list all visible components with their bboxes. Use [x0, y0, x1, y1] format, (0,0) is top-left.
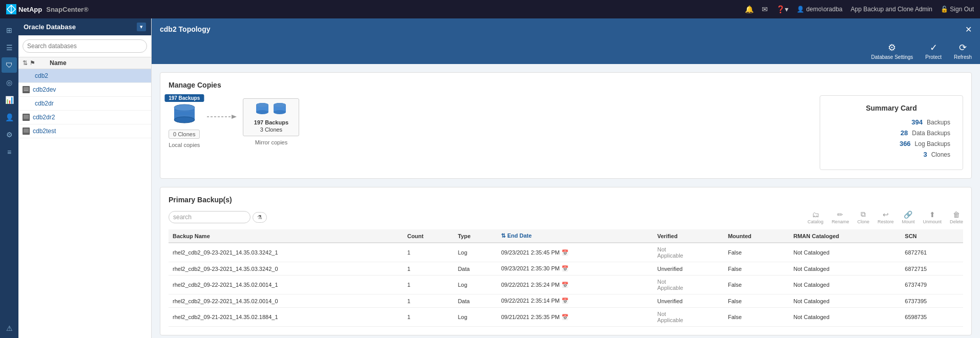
end-date-cell: 09/23/2021 2:35:30 PM 📅 [497, 262, 653, 276]
database-settings-btn[interactable]: ⚙ Database Settings [871, 42, 913, 60]
signout-icon: 🔓 [941, 6, 948, 13]
svg-marker-17 [232, 115, 237, 119]
db-panel-dropdown-btn[interactable]: ▾ [137, 23, 146, 31]
backup-search-filter: ⚗ [169, 211, 267, 223]
flag-icon[interactable]: ⚑ [30, 59, 35, 67]
sidebar-item-monitoring[interactable]: ◎ [2, 75, 17, 90]
mirror-copies-sublabel: Mirror copies [255, 139, 288, 145]
main-layout: ⊞ ☰ 🛡 ◎ 📊 👤 ⚙ ≡ ⚠ Oracle Database ▾ ⇅ ⚑ … [0, 18, 980, 338]
summary-card-title: Summary Card [832, 104, 950, 112]
end-date-cell: 09/23/2021 2:35:45 PM 📅 [497, 243, 653, 262]
netapp-logo-icon [6, 4, 16, 14]
db-sort-icons: ⇅ ⚑ [23, 59, 35, 67]
summary-data-backups-label: Data Backups [912, 130, 950, 137]
db-search-input[interactable] [23, 39, 147, 53]
scn-cell: 6737479 [901, 276, 963, 294]
toolbar: ⚙ Database Settings ✓ Protect ⟳ Refresh [152, 40, 980, 64]
refresh-label: Refresh [954, 54, 972, 60]
summary-card: Summary Card 394 Backups 28 Data Backups… [820, 95, 963, 170]
db-list-item[interactable]: cdb2 [18, 69, 151, 83]
verified-cell: NotApplicable [653, 308, 724, 327]
table-row[interactable]: rhel2_cdb2_09-22-2021_14.35.02.0014_1 1 … [169, 276, 963, 294]
end-date-cell: 09/22/2021 2:35:14 PM 📅 [497, 294, 653, 308]
verified-cell: NotApplicable [653, 276, 724, 294]
svg-point-20 [256, 110, 268, 114]
col-end-date[interactable]: ⇅ End Date [497, 229, 653, 243]
local-copies-icon-wrapper: 197 Backups [171, 102, 198, 126]
protect-btn[interactable]: ✓ Protect [925, 42, 942, 60]
sidebar-item-infrastructure[interactable]: ≡ [2, 144, 17, 160]
primary-backups-title: Primary Backup(s) [169, 196, 963, 204]
rename-label: Rename [831, 219, 849, 224]
notifications-icon[interactable]: 🔔 [745, 5, 754, 13]
backup-name-cell: rhel2_cdb2_09-22-2021_14.35.02.0014_1 [169, 276, 403, 294]
end-date-cell: 09/21/2021 2:35:35 PM 📅 [497, 308, 653, 327]
summary-log-backups-count[interactable]: 366 [900, 140, 911, 147]
product-name: SnapCenter® [46, 6, 89, 13]
messages-icon[interactable]: ✉ [762, 5, 768, 13]
signout-button[interactable]: 🔓 Sign Out [941, 6, 974, 13]
content-header: cdb2 Topology ✕ [152, 18, 980, 40]
col-mounted: Mounted [724, 229, 789, 243]
svg-point-21 [256, 103, 268, 107]
rman-cell: Not Cataloged [789, 308, 901, 327]
verified-cell: NotApplicable [653, 243, 724, 262]
sidebar-item-alerts[interactable]: ⚠ [2, 323, 17, 338]
summary-data-backups-count[interactable]: 28 [901, 129, 908, 137]
page-title: cdb2 Topology [160, 25, 211, 33]
type-cell: Log [454, 276, 497, 294]
delete-icon: 🗑 [953, 210, 960, 219]
svg-point-25 [274, 103, 286, 107]
refresh-icon: ⟳ [959, 42, 967, 53]
action-buttons: 🗂 Catalog ✏ Rename ⧉ Clone ↩ [807, 210, 963, 224]
db-item-icon [23, 128, 30, 135]
summary-backups-count[interactable]: 394 [911, 118, 923, 126]
catalog-icon: 🗂 [812, 210, 819, 219]
sidebar-item-reports[interactable]: 📊 [2, 92, 17, 108]
content-scroll: Manage Copies 197 Backups [152, 64, 980, 338]
table-row[interactable]: rhel2_cdb2_09-23-2021_14.35.03.3242_1 1 … [169, 243, 963, 262]
arrow-connector [206, 113, 237, 120]
count-cell: 1 [403, 243, 454, 262]
backup-search-input[interactable] [169, 211, 251, 223]
backup-table: Backup Name Count Type ⇅ End Date Verifi… [169, 229, 963, 327]
table-row[interactable]: rhel2_cdb2_09-21-2021_14.35.02.1884_1 1 … [169, 308, 963, 327]
delete-btn: 🗑 Delete [950, 210, 963, 224]
col-count: Count [403, 229, 454, 243]
summary-clones-count[interactable]: 3 [923, 151, 927, 158]
mounted-cell: False [724, 262, 789, 276]
sidebar-item-menu[interactable]: ☰ [2, 40, 17, 55]
sidebar-item-user[interactable]: 👤 [2, 110, 17, 125]
user-account[interactable]: 👤 demo\oradba [797, 6, 842, 13]
netapp-brand: NetApp [18, 6, 42, 13]
top-nav: NetApp SnapCenter® 🔔 ✉ ❓▾ 👤 demo\oradba … [0, 0, 980, 18]
rename-btn: ✏ Rename [831, 210, 849, 224]
svg-rect-7 [24, 115, 29, 119]
help-icon[interactable]: ❓▾ [776, 5, 788, 13]
db-list-item[interactable]: cdb2dr2 [18, 111, 151, 124]
rman-cell: Not Cataloged [789, 262, 901, 276]
table-row[interactable]: rhel2_cdb2_09-23-2021_14.35.03.3242_0 1 … [169, 262, 963, 276]
refresh-btn[interactable]: ⟳ Refresh [954, 42, 972, 60]
clone-btn: ⧉ Clone [857, 210, 869, 224]
db-list-item[interactable]: cdb2test [18, 124, 151, 138]
db-item-icon [23, 86, 30, 93]
backup-name-cell: rhel2_cdb2_09-23-2021_14.35.03.3242_1 [169, 243, 403, 262]
sidebar-item-protection[interactable]: 🛡 [2, 57, 17, 73]
summary-backups-label: Backups [927, 119, 950, 126]
sidebar-item-admin[interactable]: ⚙ [2, 127, 17, 142]
svg-point-13 [174, 104, 195, 111]
col-type: Type [454, 229, 497, 243]
verified-cell: Unverified [653, 262, 724, 276]
close-button[interactable]: ✕ [965, 25, 972, 34]
backup-filter-btn[interactable]: ⚗ [253, 212, 267, 223]
sidebar-item-dashboard[interactable]: ⊞ [2, 23, 17, 38]
db-list-item[interactable]: cdb2dev [18, 83, 151, 97]
db-list-item[interactable]: cdb2dr [18, 97, 151, 111]
db-item-name: cdb2dr2 [33, 114, 55, 121]
sort-icon[interactable]: ⇅ [23, 59, 28, 67]
scn-cell: 6598735 [901, 308, 963, 327]
table-row[interactable]: rhel2_cdb2_09-22-2021_14.35.02.0014_0 1 … [169, 294, 963, 308]
local-copies-box: 197 Backups [169, 95, 200, 148]
count-cell: 1 [403, 276, 454, 294]
